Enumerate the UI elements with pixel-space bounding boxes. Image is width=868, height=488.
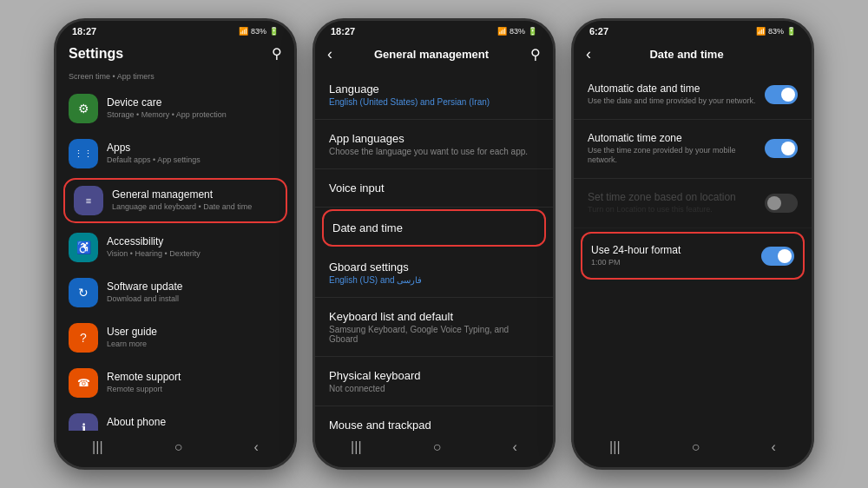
gm-keyboard-list-subtitle: Samsung Keyboard, Google Voice Typing, a… [329, 325, 539, 344]
phone2-content: Language English (United States) and Per… [315, 70, 553, 431]
dt-auto-timezone-title: Automatic time zone [588, 132, 758, 144]
gm-item-gboard[interactable]: Gboard settings English (US) and فارسی [315, 248, 553, 298]
phone1-content: Screen time • App timers ⚙ Device care S… [56, 69, 294, 431]
phone3-status-bar: 6:27 📶 83% 🔋 [574, 21, 812, 40]
gm-keyboard-list-title: Keyboard list and default [329, 310, 539, 323]
phone1-nav-back[interactable]: ‹ [254, 439, 259, 455]
settings-item-apps[interactable]: ⋮⋮ Apps Default apps • App settings [56, 131, 294, 176]
phone2-nav-recent[interactable]: ||| [351, 439, 361, 455]
dt-auto-date-time-subtitle: Use the date and time provided by your n… [588, 96, 758, 107]
phone1-status-time: 18:27 [72, 26, 96, 36]
phone3-content: Automatic date and time Use the date and… [574, 70, 812, 431]
gm-item-mouse-trackpad[interactable]: Mouse and trackpad [315, 406, 553, 431]
phone1-header: Settings ⚲ [56, 40, 294, 69]
phone1-header-title: Settings [69, 46, 123, 62]
device-care-icon: ⚙ [69, 94, 98, 123]
gm-item-date-time[interactable]: Date and time [322, 209, 546, 247]
gm-app-languages-title: App languages [329, 132, 539, 145]
software-update-subtitle: Download and install [107, 294, 282, 305]
phone2-back-button[interactable]: ‹ [327, 45, 332, 63]
phone2-nav-back[interactable]: ‹ [513, 439, 517, 455]
dt-24hr-subtitle: 1:00 PM [591, 258, 754, 268]
phone2-search-icon[interactable]: ⚲ [530, 46, 541, 63]
gm-item-physical-keyboard[interactable]: Physical keyboard Not connected [315, 357, 553, 406]
phone3: 6:27 📶 83% 🔋 ‹ Date and time Automatic d… [571, 18, 814, 470]
dt-set-zone-title: Set time zone based on location [588, 191, 758, 203]
phone1: 18:27 📶 83% 🔋 Settings ⚲ Screen time • A… [54, 18, 297, 470]
device-care-subtitle: Storage • Memory • App protection [107, 110, 282, 121]
phone3-nav-back[interactable]: ‹ [772, 439, 776, 455]
dt-set-zone-toggle [765, 194, 798, 213]
phone3-header-title: Date and time [649, 48, 723, 61]
dt-item-24hr[interactable]: Use 24-hour format 1:00 PM [581, 232, 805, 280]
settings-item-user-guide[interactable]: ? User guide Learn more [56, 315, 294, 360]
phone2-header-title: General management [374, 48, 489, 61]
phone2-nav-bar: ||| ○ ‹ [315, 431, 553, 467]
phone2-status-time: 18:27 [331, 26, 355, 36]
gm-app-languages-subtitle: Choose the language you want to use for … [329, 147, 539, 156]
software-update-icon: ↻ [69, 278, 98, 307]
accessibility-subtitle: Vision • Hearing • Dexterity [107, 249, 282, 260]
device-care-title: Device care [107, 96, 282, 110]
gm-item-voice-input[interactable]: Voice input [315, 169, 553, 208]
apps-icon: ⋮⋮ [69, 139, 98, 168]
dt-auto-timezone-subtitle: Use the time zone provided by your mobil… [588, 146, 758, 166]
phone2-status-bar: 18:27 📶 83% 🔋 [315, 21, 553, 40]
phone3-header: ‹ Date and time [574, 40, 812, 70]
dt-auto-timezone-toggle[interactable] [765, 139, 798, 158]
phone3-back-button[interactable]: ‹ [586, 45, 591, 63]
settings-item-general-management[interactable]: ≡ General management Language and keyboa… [63, 178, 287, 223]
dt-auto-date-time-toggle[interactable] [765, 85, 798, 104]
phone1-search-icon[interactable]: ⚲ [272, 45, 282, 62]
general-management-icon: ≡ [74, 186, 103, 215]
software-update-title: Software update [107, 280, 282, 294]
phone3-status-time: 6:27 [589, 26, 608, 36]
phone1-status-bar: 18:27 📶 83% 🔋 [56, 21, 294, 40]
remote-support-title: Remote support [107, 371, 282, 385]
dt-item-auto-timezone[interactable]: Automatic time zone Use the time zone pr… [574, 120, 812, 179]
settings-item-device-care[interactable]: ⚙ Device care Storage • Memory • App pro… [56, 86, 294, 131]
phone3-nav-home[interactable]: ○ [692, 439, 700, 455]
gm-item-language[interactable]: Language English (United States) and Per… [315, 70, 553, 120]
settings-item-accessibility[interactable]: ♿ Accessibility Vision • Hearing • Dexte… [56, 225, 294, 270]
gm-language-title: Language [329, 82, 539, 96]
apps-subtitle: Default apps • App settings [107, 155, 282, 166]
phone2-header: ‹ General management ⚲ [315, 40, 553, 70]
apps-title: Apps [107, 142, 282, 155]
gm-date-time-title: Date and time [332, 221, 536, 234]
user-guide-subtitle: Learn more [107, 340, 282, 350]
dt-item-auto-date-time[interactable]: Automatic date and time Use the date and… [574, 70, 812, 120]
gm-physical-keyboard-subtitle: Not connected [329, 384, 539, 393]
dt-24hr-title: Use 24-hour format [591, 244, 754, 256]
user-guide-icon: ? [69, 323, 98, 353]
gm-mouse-trackpad-title: Mouse and trackpad [329, 419, 539, 431]
settings-item-software-update[interactable]: ↻ Software update Download and install [56, 270, 294, 315]
remote-support-icon: ☎ [69, 368, 98, 398]
about-phone-icon: ℹ [69, 413, 98, 431]
settings-item-about-phone[interactable]: ℹ About phone Status • Legal information… [56, 406, 294, 431]
dt-auto-date-time-title: Automatic date and time [588, 82, 758, 95]
phone1-nav-recent[interactable]: ||| [92, 439, 102, 455]
gm-item-keyboard-list[interactable]: Keyboard list and default Samsung Keyboa… [315, 298, 553, 357]
phone3-nav-recent[interactable]: ||| [609, 439, 620, 455]
phone1-status-icons: 📶 83% 🔋 [239, 27, 279, 36]
gm-voice-input-title: Voice input [329, 181, 539, 195]
remote-support-subtitle: Remote support [107, 385, 282, 395]
gm-gboard-title: Gboard settings [329, 260, 539, 274]
gm-gboard-subtitle: English (US) and فارسی [329, 275, 539, 285]
phone3-status-icons: 📶 83% 🔋 [756, 27, 796, 36]
gm-language-subtitle: English (United States) and Persian (Ira… [329, 97, 539, 107]
settings-item-remote-support[interactable]: ☎ Remote support Remote support [56, 360, 294, 406]
phone1-nav-bar: ||| ○ ‹ [56, 431, 294, 467]
phone2-nav-home[interactable]: ○ [433, 439, 442, 455]
dt-24hr-toggle[interactable] [761, 247, 794, 266]
phone1-top-text: Screen time • App timers [56, 69, 294, 82]
general-management-subtitle: Language and keyboard • Date and time [112, 202, 277, 213]
phone1-nav-home[interactable]: ○ [174, 439, 183, 455]
accessibility-title: Accessibility [107, 235, 282, 249]
phone2-status-icons: 📶 83% 🔋 [497, 27, 537, 36]
gm-item-app-languages[interactable]: App languages Choose the language you wa… [315, 120, 553, 169]
phone2: 18:27 📶 83% 🔋 ‹ General management ⚲ Lan… [312, 18, 556, 470]
gm-physical-keyboard-title: Physical keyboard [329, 369, 539, 382]
general-management-title: General management [112, 188, 277, 202]
